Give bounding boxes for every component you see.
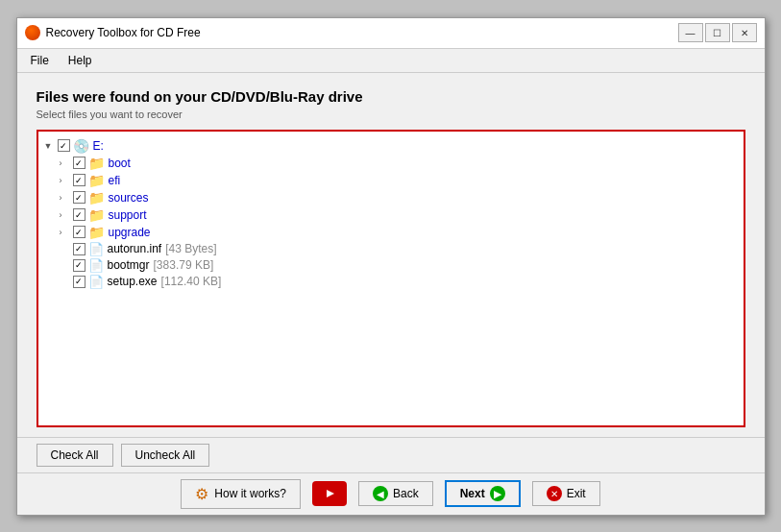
tree-item-upgrade[interactable]: › ✓ 📁 upgrade <box>44 224 738 241</box>
tree-item-support[interactable]: › ✓ 📁 support <box>44 206 738 224</box>
sources-label: sources <box>109 191 149 205</box>
how-it-works-button[interactable]: ⚙ How it works? <box>181 479 301 509</box>
back-icon: ◀ <box>373 486 388 501</box>
autorun-label: autorun.inf <box>108 242 162 255</box>
next-label: Next <box>460 487 485 500</box>
root-label: E: <box>93 139 104 153</box>
chevron-right-icon: › <box>60 210 73 220</box>
tree-root[interactable]: ▼ ✓ 💿 E: <box>44 137 738 155</box>
boot-checkbox[interactable]: ✓ <box>73 157 85 169</box>
next-button[interactable]: Next ▶ <box>445 480 521 507</box>
exit-label: Exit <box>567 487 586 500</box>
autorun-size: [43 Bytes] <box>165 242 216 255</box>
youtube-button[interactable] <box>312 481 347 506</box>
title-bar: Recovery Toolbox for CD Free — ☐ ✕ <box>17 18 765 49</box>
content-area: Files were found on your CD/DVD/Blu-Ray … <box>17 73 765 437</box>
sources-checkbox[interactable]: ✓ <box>73 191 85 204</box>
gear-icon: ⚙ <box>195 485 208 503</box>
bootmgr-checkbox[interactable]: ✓ <box>73 259 85 272</box>
file-tree-container[interactable]: ▼ ✓ 💿 E: › ✓ 📁 boot › ✓ 📁 efi <box>37 130 745 427</box>
minimize-button[interactable]: — <box>678 23 703 42</box>
chevron-right-icon: › <box>60 176 73 185</box>
tree-item-bootmgr[interactable]: ✓ 📄 bootmgr [383.79 KB] <box>44 257 738 274</box>
file-icon: 📄 <box>88 275 104 289</box>
close-button[interactable]: ✕ <box>732 23 757 42</box>
efi-label: efi <box>109 174 121 187</box>
bootmgr-label: bootmgr <box>108 258 150 272</box>
chevron-right-icon: › <box>60 228 73 237</box>
tree-item-autorun[interactable]: ✓ 📄 autorun.inf [43 Bytes] <box>44 241 738 257</box>
play-icon <box>323 489 336 498</box>
upgrade-label: upgrade <box>109 226 151 239</box>
setup-size: [112.40 KB] <box>161 275 222 288</box>
folder-icon: 📁 <box>88 190 105 206</box>
bootmgr-size: [383.79 KB] <box>154 258 214 272</box>
menu-help[interactable]: Help <box>59 51 102 70</box>
uncheck-all-button[interactable]: Uncheck All <box>121 444 210 467</box>
folder-icon: 📁 <box>88 173 105 188</box>
upgrade-checkbox[interactable]: ✓ <box>73 226 85 238</box>
folder-icon: 📁 <box>88 225 105 240</box>
app-icon <box>25 25 40 40</box>
exit-icon: ✕ <box>547 486 562 501</box>
menu-file[interactable]: File <box>21 51 59 70</box>
bottom-buttons: Check All Uncheck All <box>17 437 765 472</box>
page-title: Files were found on your CD/DVD/Blu-Ray … <box>37 88 745 105</box>
root-checkbox[interactable]: ✓ <box>58 139 70 152</box>
drive-icon: 💿 <box>73 138 89 154</box>
chevron-down-icon: ▼ <box>44 141 58 151</box>
tree-item-sources[interactable]: › ✓ 📁 sources <box>44 189 738 206</box>
svg-marker-0 <box>327 490 334 497</box>
support-checkbox[interactable]: ✓ <box>73 208 85 221</box>
folder-icon: 📁 <box>88 207 105 223</box>
file-icon: 📄 <box>88 242 104 256</box>
back-label: Back <box>393 487 419 500</box>
setup-checkbox[interactable]: ✓ <box>73 276 85 288</box>
chevron-right-icon: › <box>60 158 73 168</box>
folder-icon: 📁 <box>88 156 105 171</box>
back-button[interactable]: ◀ Back <box>358 481 433 506</box>
tree-item-setup[interactable]: ✓ 📄 setup.exe [112.40 KB] <box>44 274 738 290</box>
autorun-checkbox[interactable]: ✓ <box>73 243 85 255</box>
maximize-button[interactable]: ☐ <box>705 23 730 42</box>
exit-button[interactable]: ✕ Exit <box>532 481 600 506</box>
menu-bar: File Help <box>17 49 765 73</box>
title-bar-buttons: — ☐ ✕ <box>678 23 757 42</box>
file-icon: 📄 <box>88 258 104 273</box>
page-subtitle: Select files you want to recover <box>37 109 745 120</box>
tree-item-boot[interactable]: › ✓ 📁 boot <box>44 155 738 172</box>
footer-bar: ⚙ How it works? ◀ Back Next ▶ ✕ Exit <box>17 472 765 515</box>
next-icon: ▶ <box>490 486 505 501</box>
how-it-works-label: How it works? <box>214 487 286 500</box>
support-label: support <box>109 208 147 222</box>
tree-item-efi[interactable]: › ✓ 📁 efi <box>44 172 738 189</box>
setup-label: setup.exe <box>108 275 158 288</box>
check-all-button[interactable]: Check All <box>37 444 113 467</box>
window-title: Recovery Toolbox for CD Free <box>46 26 678 39</box>
main-window: Recovery Toolbox for CD Free — ☐ ✕ File … <box>16 17 766 516</box>
chevron-right-icon: › <box>60 193 73 203</box>
boot-label: boot <box>109 157 131 170</box>
efi-checkbox[interactable]: ✓ <box>73 174 85 186</box>
